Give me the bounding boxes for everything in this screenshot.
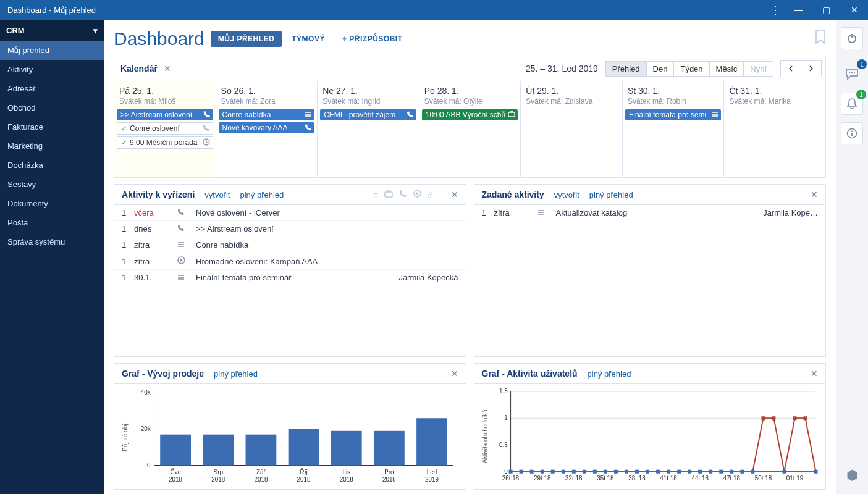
minimize-icon[interactable]: — — [785, 0, 812, 20]
sidebar-item[interactable]: Aktivity — [0, 60, 104, 79]
activities-assigned-full-link[interactable]: plný přehled — [589, 190, 633, 199]
calendar-view-button[interactable]: Týden — [673, 61, 709, 77]
svg-text:1: 1 — [504, 414, 508, 421]
bell-icon[interactable]: 1 — [841, 93, 863, 115]
calendar-event[interactable]: >> Airstream oslovení — [117, 109, 213, 120]
power-icon[interactable] — [841, 27, 863, 49]
svg-rect-34 — [289, 429, 319, 466]
sidebar-header[interactable]: CRM ▾ — [0, 20, 104, 41]
chart-sales-full-link[interactable]: plný přehled — [214, 369, 258, 379]
calendar-view-button[interactable]: Měsíc — [709, 61, 744, 77]
close-icon[interactable]: ✕ — [840, 0, 868, 20]
svg-text:47t 18: 47t 18 — [723, 475, 740, 482]
calendar-event[interactable]: Nové kávovary AAA — [219, 122, 315, 133]
activity-desc: Hromadné oslovení: Kampaň AAA — [196, 257, 458, 266]
sidebar-item[interactable]: Adresář — [0, 79, 104, 98]
chat-icon[interactable]: 1 — [841, 63, 863, 85]
phone-icon — [177, 224, 196, 233]
dashboard-tab[interactable]: PŘIZPŮSOBIT — [335, 31, 410, 47]
svg-rect-78 — [740, 470, 744, 474]
chart-users-ylabel: Aktivita obchodníků — [481, 387, 490, 487]
dashboard-tab[interactable]: MŮJ PŘEHLED — [211, 31, 282, 47]
calendar-event[interactable]: Conre nabídka — [219, 109, 315, 120]
chart-users-close-icon[interactable]: ✕ — [811, 369, 818, 379]
activity-time: dnes — [134, 224, 177, 233]
calendar-prev-icon[interactable] — [780, 60, 801, 77]
calendar-event[interactable]: Finální témata pro semi — [625, 109, 722, 120]
filter-list-icon[interactable]: ≡ — [374, 190, 379, 199]
svg-rect-69 — [646, 470, 649, 474]
chevron-down-icon: ▾ — [93, 26, 98, 35]
svg-text:Srp: Srp — [214, 469, 224, 475]
svg-text:2018: 2018 — [340, 476, 353, 483]
sidebar-item[interactable]: Můj přehled — [0, 41, 104, 60]
sidebar-item[interactable]: Správa systému — [0, 232, 104, 251]
chart-sales-close-icon[interactable]: ✕ — [451, 369, 458, 379]
filter-hash-icon[interactable]: # — [428, 190, 432, 199]
calendar-event[interactable]: 9:00 Měsíční porada — [117, 136, 213, 149]
sidebar: CRM ▾ Můj přehledAktivityAdresářObchodFa… — [0, 20, 104, 494]
info-icon[interactable] — [841, 122, 863, 144]
calendar-day-label: Pá 25. 1. — [114, 81, 216, 97]
calendar-event[interactable]: Conre oslovení — [117, 122, 213, 135]
phone-icon — [305, 124, 312, 133]
calendar-event[interactable]: CEMI - prověřit zájem — [320, 109, 416, 120]
activities-todo-create-link[interactable]: vytvořit — [204, 190, 230, 199]
activity-row[interactable]: 1včeraNové oslovení - iCerver — [114, 205, 466, 221]
sidebar-item[interactable]: Fakturace — [0, 117, 104, 136]
activities-todo-close-icon[interactable]: ✕ — [451, 190, 458, 199]
svg-text:29t 18: 29t 18 — [533, 475, 550, 482]
sidebar-item[interactable]: Docházka — [0, 156, 104, 175]
svg-rect-61 — [561, 470, 565, 474]
activities-assigned-create-link[interactable]: vytvořit — [554, 190, 579, 199]
calendar-svatek: Svátek má: Zora — [216, 97, 318, 109]
activities-assigned-close-icon[interactable]: ✕ — [811, 190, 818, 199]
sidebar-item[interactable]: Marketing — [0, 136, 104, 156]
sidebar-item[interactable]: Dokumenty — [0, 194, 104, 213]
filter-play-icon[interactable] — [413, 190, 421, 199]
sidebar-item[interactable]: Obchod — [0, 98, 104, 117]
svg-rect-66 — [613, 470, 617, 474]
activities-todo-full-link[interactable]: plný přehled — [240, 190, 284, 199]
chart-sales-title: Graf - Vývoj prodeje — [122, 369, 204, 379]
svg-rect-82 — [782, 470, 786, 474]
filter-phone-icon[interactable] — [399, 190, 407, 199]
window-title: Dashboard - Můj přehled — [7, 6, 96, 15]
activity-row[interactable]: 1zítraHromadné oslovení: Kampaň AAA — [114, 253, 466, 270]
calendar-day-column: Čt 31. 1.Svátek má: Marika — [723, 81, 825, 177]
calendar-view-button[interactable]: Přehled — [605, 61, 647, 77]
dashboard-tab[interactable]: TÝMOVÝ — [284, 31, 332, 47]
bookmark-icon[interactable] — [815, 30, 826, 48]
chart-users-full-link[interactable]: plný přehled — [588, 369, 631, 379]
filter-briefcase-icon[interactable] — [384, 190, 393, 199]
calendar-view-button[interactable]: Den — [646, 61, 675, 77]
svg-rect-80 — [761, 416, 765, 420]
calendar-svatek: Svátek má: Marika — [724, 97, 825, 109]
activities-todo-panel: Aktivity k vyřízení vytvořit plný přehle… — [114, 184, 466, 357]
calendar-svatek: Svátek má: Miloš — [114, 97, 216, 109]
calendar-day-column: Ne 27. 1.Svátek má: IngridCEMI - prověři… — [317, 81, 419, 177]
activity-time: zítra — [494, 208, 537, 217]
svg-text:Čvc: Čvc — [171, 468, 181, 475]
calendar-title: Kalendář — [120, 64, 158, 73]
calendar-day-column: St 30. 1.Svátek má: RobinFinální témata … — [622, 81, 724, 177]
activity-row[interactable]: 1zítraConre nabídka — [114, 237, 466, 253]
calendar-view-button: Nyní — [743, 61, 773, 77]
calendar-event[interactable]: 10:00 ABB Výroční schů — [422, 109, 518, 120]
activity-row[interactable]: 1dnes>> Airstream oslovení — [114, 221, 466, 237]
activity-desc: Aktualizovat katalog — [556, 208, 764, 217]
sidebar-item[interactable]: Sestavy — [0, 175, 104, 194]
svg-point-100 — [854, 72, 855, 73]
activity-row[interactable]: 130.1.Finální témata pro seminářJarmila … — [114, 270, 466, 285]
list-icon — [537, 208, 556, 217]
hex-icon[interactable]: ⬢ — [841, 464, 863, 487]
calendar-close-icon[interactable]: ✕ — [164, 64, 171, 73]
activity-desc: Conre nabídka — [196, 240, 458, 249]
svg-text:2019: 2019 — [425, 476, 439, 483]
chart-users-title: Graf - Aktivita uživatelů — [482, 369, 578, 379]
sidebar-item[interactable]: Pošta — [0, 213, 104, 232]
kebab-menu-icon[interactable]: ⋮ — [766, 0, 785, 20]
activity-row[interactable]: 1zítraAktualizovat katalogJarmila Kope… — [474, 205, 826, 220]
maximize-icon[interactable]: ▢ — [812, 0, 840, 20]
calendar-next-icon[interactable] — [801, 60, 822, 77]
